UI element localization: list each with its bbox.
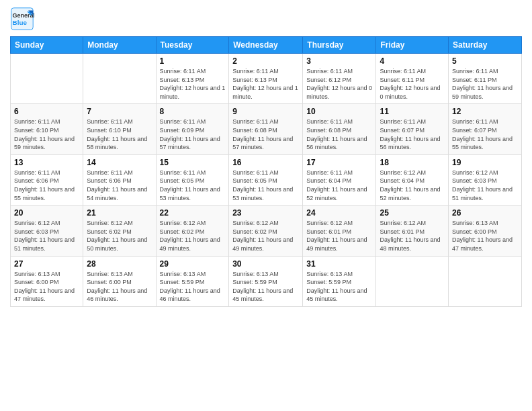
- day-info: Sunrise: 6:11 AMSunset: 6:07 PMDaylight:…: [452, 118, 518, 151]
- day-info: Sunrise: 6:11 AMSunset: 6:05 PMDaylight:…: [232, 169, 299, 202]
- calendar-cell: [449, 256, 522, 306]
- week-row-2: 6Sunrise: 6:11 AMSunset: 6:10 PMDaylight…: [11, 104, 522, 154]
- weekday-header-sunday: Sunday: [11, 37, 83, 54]
- day-info: Sunrise: 6:13 AMSunset: 5:59 PMDaylight:…: [232, 270, 299, 304]
- header: General Blue: [10, 7, 522, 31]
- day-number: 5: [452, 56, 518, 66]
- day-info: Sunrise: 6:13 AMSunset: 6:00 PMDaylight:…: [452, 219, 518, 253]
- week-row-4: 20Sunrise: 6:12 AMSunset: 6:03 PMDayligh…: [11, 205, 522, 256]
- calendar-cell: 8Sunrise: 6:11 AMSunset: 6:09 PMDaylight…: [156, 104, 229, 154]
- calendar-cell: 9Sunrise: 6:11 AMSunset: 6:08 PMDaylight…: [229, 104, 303, 154]
- calendar-cell: 21Sunrise: 6:12 AMSunset: 6:02 PMDayligh…: [83, 205, 156, 256]
- day-info: Sunrise: 6:11 AMSunset: 6:10 PMDaylight:…: [87, 118, 152, 151]
- day-number: 29: [160, 259, 226, 269]
- calendar-cell: 4Sunrise: 6:11 AMSunset: 6:11 PMDaylight…: [376, 54, 449, 104]
- weekday-header-row: SundayMondayTuesdayWednesdayThursdayFrid…: [11, 37, 522, 54]
- day-info: Sunrise: 6:11 AMSunset: 6:13 PMDaylight:…: [232, 67, 299, 101]
- day-number: 21: [87, 208, 152, 218]
- calendar-cell: 2Sunrise: 6:11 AMSunset: 6:13 PMDaylight…: [229, 54, 303, 104]
- calendar-cell: 16Sunrise: 6:11 AMSunset: 6:05 PMDayligh…: [229, 154, 303, 205]
- day-number: 12: [452, 107, 518, 116]
- calendar-cell: 18Sunrise: 6:12 AMSunset: 6:04 PMDayligh…: [376, 154, 449, 205]
- day-number: 18: [380, 158, 445, 167]
- calendar-cell: 30Sunrise: 6:13 AMSunset: 5:59 PMDayligh…: [229, 256, 303, 306]
- day-number: 7: [87, 107, 152, 116]
- day-info: Sunrise: 6:11 AMSunset: 6:04 PMDaylight:…: [306, 169, 372, 202]
- calendar-cell: 22Sunrise: 6:12 AMSunset: 6:02 PMDayligh…: [156, 205, 229, 256]
- calendar-cell: 23Sunrise: 6:12 AMSunset: 6:02 PMDayligh…: [229, 205, 303, 256]
- calendar-cell: 11Sunrise: 6:11 AMSunset: 6:07 PMDayligh…: [376, 104, 449, 154]
- calendar-cell: 31Sunrise: 6:13 AMSunset: 5:59 PMDayligh…: [303, 256, 376, 306]
- day-info: Sunrise: 6:13 AMSunset: 6:00 PMDaylight:…: [14, 270, 79, 304]
- day-number: 20: [14, 208, 79, 218]
- day-number: 8: [160, 107, 226, 116]
- day-number: 25: [380, 208, 445, 218]
- calendar-cell: 10Sunrise: 6:11 AMSunset: 6:08 PMDayligh…: [303, 104, 376, 154]
- day-info: Sunrise: 6:13 AMSunset: 5:59 PMDaylight:…: [306, 270, 372, 304]
- day-number: 3: [306, 56, 372, 66]
- day-number: 16: [232, 158, 299, 167]
- day-info: Sunrise: 6:12 AMSunset: 6:03 PMDaylight:…: [14, 219, 79, 253]
- day-info: Sunrise: 6:13 AMSunset: 6:00 PMDaylight:…: [87, 270, 152, 304]
- calendar-table: SundayMondayTuesdayWednesdayThursdayFrid…: [10, 36, 522, 307]
- calendar-cell: 20Sunrise: 6:12 AMSunset: 6:03 PMDayligh…: [11, 205, 83, 256]
- logo-icon: General Blue: [10, 7, 34, 31]
- day-number: 13: [14, 158, 79, 167]
- page: General Blue SundayMondayTuesdayWednesda…: [0, 0, 532, 411]
- day-info: Sunrise: 6:11 AMSunset: 6:11 PMDaylight:…: [380, 67, 445, 101]
- day-info: Sunrise: 6:11 AMSunset: 6:13 PMDaylight:…: [160, 67, 226, 101]
- day-number: 24: [306, 208, 372, 218]
- day-info: Sunrise: 6:12 AMSunset: 6:04 PMDaylight:…: [380, 169, 445, 202]
- calendar-cell: [376, 256, 449, 306]
- day-number: 22: [160, 208, 226, 218]
- week-row-1: 1Sunrise: 6:11 AMSunset: 6:13 PMDaylight…: [11, 54, 522, 104]
- weekday-header-tuesday: Tuesday: [156, 37, 229, 54]
- calendar-cell: 17Sunrise: 6:11 AMSunset: 6:04 PMDayligh…: [303, 154, 376, 205]
- day-number: 27: [14, 259, 79, 269]
- day-number: 19: [452, 158, 518, 167]
- calendar-cell: 27Sunrise: 6:13 AMSunset: 6:00 PMDayligh…: [11, 256, 83, 306]
- day-info: Sunrise: 6:11 AMSunset: 6:11 PMDaylight:…: [452, 67, 518, 101]
- week-row-5: 27Sunrise: 6:13 AMSunset: 6:00 PMDayligh…: [11, 256, 522, 306]
- weekday-header-thursday: Thursday: [303, 37, 376, 54]
- calendar-cell: 25Sunrise: 6:12 AMSunset: 6:01 PMDayligh…: [376, 205, 449, 256]
- calendar-cell: 15Sunrise: 6:11 AMSunset: 6:05 PMDayligh…: [156, 154, 229, 205]
- calendar-cell: 19Sunrise: 6:12 AMSunset: 6:03 PMDayligh…: [449, 154, 522, 205]
- day-info: Sunrise: 6:12 AMSunset: 6:01 PMDaylight:…: [380, 219, 445, 253]
- day-number: 23: [232, 208, 299, 218]
- day-info: Sunrise: 6:11 AMSunset: 6:05 PMDaylight:…: [160, 169, 226, 202]
- calendar-cell: 7Sunrise: 6:11 AMSunset: 6:10 PMDaylight…: [83, 104, 156, 154]
- calendar-cell: 28Sunrise: 6:13 AMSunset: 6:00 PMDayligh…: [83, 256, 156, 306]
- day-number: 6: [14, 107, 79, 116]
- day-number: 9: [232, 107, 299, 116]
- day-info: Sunrise: 6:12 AMSunset: 6:01 PMDaylight:…: [306, 219, 372, 253]
- day-info: Sunrise: 6:11 AMSunset: 6:06 PMDaylight:…: [14, 169, 79, 202]
- calendar-cell: 5Sunrise: 6:11 AMSunset: 6:11 PMDaylight…: [449, 54, 522, 104]
- calendar-cell: 26Sunrise: 6:13 AMSunset: 6:00 PMDayligh…: [449, 205, 522, 256]
- weekday-header-wednesday: Wednesday: [229, 37, 303, 54]
- calendar-cell: [83, 54, 156, 104]
- day-number: 10: [306, 107, 372, 116]
- day-info: Sunrise: 6:11 AMSunset: 6:12 PMDaylight:…: [306, 67, 372, 101]
- day-info: Sunrise: 6:11 AMSunset: 6:08 PMDaylight:…: [232, 118, 299, 151]
- day-number: 11: [380, 107, 445, 116]
- week-row-3: 13Sunrise: 6:11 AMSunset: 6:06 PMDayligh…: [11, 154, 522, 205]
- calendar-cell: 13Sunrise: 6:11 AMSunset: 6:06 PMDayligh…: [11, 154, 83, 205]
- day-number: 26: [452, 208, 518, 218]
- calendar-cell: 1Sunrise: 6:11 AMSunset: 6:13 PMDaylight…: [156, 54, 229, 104]
- calendar-cell: 29Sunrise: 6:13 AMSunset: 5:59 PMDayligh…: [156, 256, 229, 306]
- day-info: Sunrise: 6:12 AMSunset: 6:02 PMDaylight:…: [87, 219, 152, 253]
- weekday-header-saturday: Saturday: [449, 37, 522, 54]
- day-number: 31: [306, 259, 372, 269]
- day-number: 14: [87, 158, 152, 167]
- day-info: Sunrise: 6:11 AMSunset: 6:06 PMDaylight:…: [87, 169, 152, 202]
- svg-text:Blue: Blue: [13, 19, 28, 26]
- day-number: 1: [160, 56, 226, 66]
- day-info: Sunrise: 6:12 AMSunset: 6:02 PMDaylight:…: [232, 219, 299, 253]
- weekday-header-monday: Monday: [83, 37, 156, 54]
- logo: General Blue: [10, 7, 37, 31]
- weekday-header-friday: Friday: [376, 37, 449, 54]
- day-number: 28: [87, 259, 152, 269]
- day-number: 17: [306, 158, 372, 167]
- day-info: Sunrise: 6:11 AMSunset: 6:07 PMDaylight:…: [380, 118, 445, 151]
